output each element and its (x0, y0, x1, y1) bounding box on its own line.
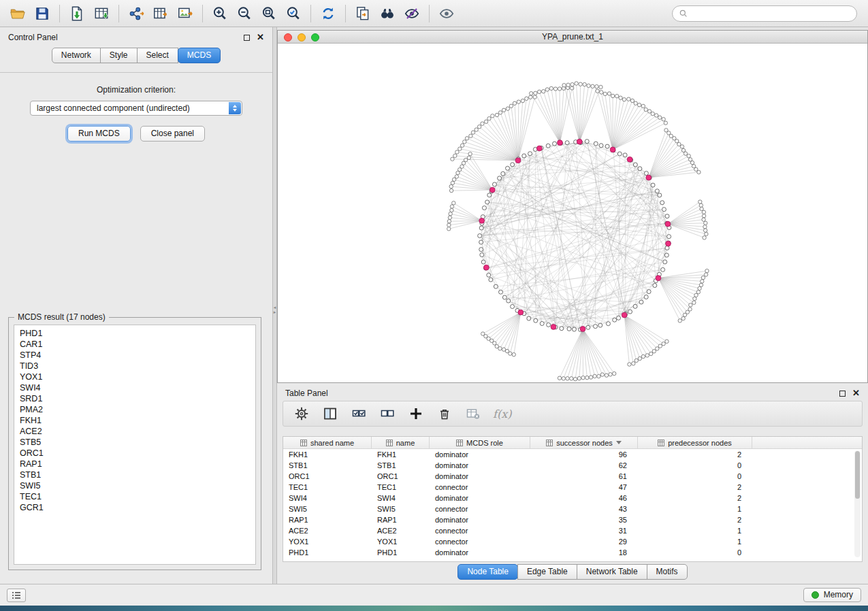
float-panel-icon[interactable] (244, 35, 250, 41)
mcds-result-item[interactable]: STP4 (20, 350, 255, 361)
mcds-result-item[interactable]: STB1 (20, 469, 255, 480)
table-row[interactable]: FKH1FKH1dominator962 (283, 449, 862, 460)
add-column-button[interactable] (407, 405, 425, 423)
run-mcds-button[interactable]: Run MCDS (67, 126, 131, 142)
zoom-selected-button[interactable] (281, 3, 306, 24)
table-row[interactable]: PHD1PHD1dominator180 (283, 547, 862, 558)
control-panel-tabs: Network Style Select MCDS (0, 48, 272, 63)
mcds-result-item[interactable]: ORC1 (20, 448, 255, 459)
save-button[interactable] (30, 3, 54, 24)
tab-motifs[interactable]: Motifs (647, 564, 688, 580)
column-header-mcds-role[interactable]: MCDS role (430, 437, 530, 448)
select-all-button[interactable] (350, 405, 368, 423)
float-table-panel-icon[interactable] (839, 391, 846, 397)
column-header-predecessor-nodes[interactable]: predecessor nodes (638, 437, 752, 448)
table-cell: 46 (530, 494, 638, 502)
table-cell: PHD1 (283, 548, 372, 557)
network-canvas[interactable] (278, 44, 867, 382)
mcds-result-item[interactable]: CAR1 (20, 339, 255, 350)
mcds-result-item[interactable]: TEC1 (20, 491, 255, 502)
show-columns-button[interactable] (321, 405, 339, 423)
table-cell: dominator (430, 548, 530, 557)
minimize-window-button[interactable] (298, 33, 306, 42)
tab-select[interactable]: Select (137, 48, 178, 63)
search-field[interactable] (672, 5, 857, 22)
column-header-shared-name[interactable]: shared name (283, 437, 372, 448)
scrollbar-thumb[interactable] (855, 451, 860, 499)
search-network-button[interactable] (375, 3, 400, 24)
column-header-successor-nodes[interactable]: successor nodes (530, 437, 638, 448)
apply-layout-button[interactable] (316, 3, 340, 24)
application-window: Control Panel ✕ Network Style Select MCD… (0, 0, 868, 611)
show-panels-button[interactable] (7, 589, 26, 602)
mcds-result-item[interactable]: RAP1 (20, 459, 255, 469)
close-panel-button[interactable]: Close panel (140, 126, 205, 142)
import-table-file-icon (93, 5, 110, 22)
export-table-button[interactable] (148, 3, 173, 24)
status-bar: Memory (0, 584, 868, 606)
hide-selected-button[interactable] (400, 3, 424, 24)
tab-style[interactable]: Style (100, 48, 138, 63)
tab-edge-table[interactable]: Edge Table (517, 564, 577, 580)
mcds-result-item[interactable]: SWI5 (20, 480, 255, 491)
close-panel-icon[interactable]: ✕ (257, 34, 264, 41)
table-row[interactable]: TEC1TEC1connector472 (283, 482, 862, 493)
mcds-result-item[interactable]: SWI4 (20, 382, 255, 393)
mcds-result-item[interactable]: SRD1 (20, 393, 255, 404)
close-window-button[interactable] (284, 33, 292, 42)
tab-network[interactable]: Network (52, 48, 101, 63)
mcds-result-list[interactable]: PHD1CAR1STP4TID3YOX1SWI4SRD1PMA2FKH1ACE2… (14, 325, 256, 565)
table-cell: ACE2 (283, 527, 372, 535)
list-icon (12, 591, 21, 599)
show-all-button[interactable] (434, 3, 459, 24)
mcds-result-item[interactable]: ACE2 (20, 426, 255, 437)
mcds-result-item[interactable]: GCR1 (20, 502, 255, 513)
table-row[interactable]: STB1STB1dominator620 (283, 460, 862, 471)
table-row[interactable]: ACE2ACE2connector311 (283, 525, 862, 536)
table-row[interactable]: SWI5SWI5connector431 (283, 503, 862, 514)
table-settings-button[interactable] (293, 405, 310, 423)
zoom-out-icon (236, 5, 253, 22)
column-header-name[interactable]: name (372, 437, 430, 448)
table-row[interactable]: YOX1YOX1connector291 (283, 536, 862, 547)
mcds-result-item[interactable]: FKH1 (20, 415, 255, 426)
import-table-button[interactable] (89, 3, 114, 24)
export-image-button[interactable] (173, 3, 197, 24)
vertical-splitter[interactable]: ◂▸ (272, 27, 277, 584)
mcds-result-item[interactable]: PMA2 (20, 404, 255, 415)
criterion-select[interactable]: largest connected component (undirected) (30, 101, 242, 116)
table-row[interactable]: SWI4SWI4dominator462 (283, 493, 862, 503)
table-row[interactable]: ORC1ORC1dominator610 (283, 471, 862, 482)
export-network-button[interactable] (124, 3, 148, 24)
memory-button[interactable]: Memory (803, 588, 861, 602)
import-network-button[interactable] (65, 3, 89, 24)
delete-column-button[interactable] (436, 405, 453, 423)
open-button[interactable] (5, 3, 30, 24)
tab-mcds[interactable]: MCDS (178, 48, 221, 63)
criterion-value: largest connected component (undirected) (37, 103, 190, 113)
clear-table-button[interactable] (464, 405, 482, 423)
table-row[interactable]: RAP1RAP1dominator352 (283, 514, 862, 525)
function-builder-button[interactable]: f(x) (493, 408, 511, 420)
mcds-result-item[interactable]: PHD1 (20, 328, 255, 339)
close-table-panel-icon[interactable]: ✕ (852, 390, 860, 397)
splitter-handle-icon[interactable]: ◂▸ (273, 305, 276, 314)
search-input[interactable] (692, 9, 850, 18)
zoom-fit-button[interactable] (257, 3, 281, 24)
table-scrollbar[interactable] (854, 450, 861, 557)
mcds-result-item[interactable]: STB5 (20, 437, 255, 448)
control-panel: Control Panel ✕ Network Style Select MCD… (0, 27, 272, 584)
network-window-titlebar[interactable]: YPA_prune.txt_1 (278, 31, 867, 44)
zoom-in-button[interactable] (208, 3, 232, 24)
maximize-window-button[interactable] (311, 33, 319, 42)
zoom-out-button[interactable] (232, 3, 257, 24)
deselect-all-button[interactable] (379, 405, 396, 423)
sort-descending-icon (616, 441, 622, 444)
tab-network-table[interactable]: Network Table (577, 564, 647, 580)
mcds-result-item[interactable]: TID3 (20, 361, 255, 371)
table-cell: 1 (638, 527, 752, 535)
table-cell: FKH1 (372, 450, 430, 459)
tab-node-table[interactable]: Node Table (457, 564, 518, 580)
mcds-result-item[interactable]: YOX1 (20, 371, 255, 382)
clone-network-button[interactable] (351, 3, 375, 24)
